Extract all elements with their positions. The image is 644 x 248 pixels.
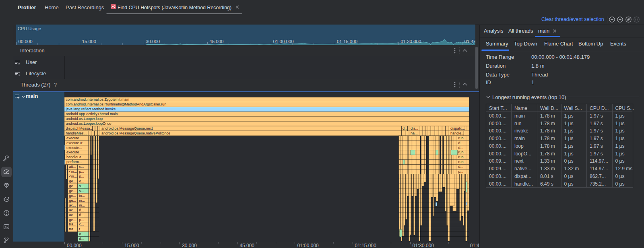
svg-text:ac...: ac... <box>69 213 76 217</box>
svg-text:ge...: ge... <box>69 184 76 188</box>
svg-text:dis...: dis... <box>411 126 418 130</box>
svg-text:ge...: ge... <box>69 218 76 222</box>
svg-text:ac...: ac... <box>69 208 76 212</box>
svg-text:t...: t... <box>79 227 83 231</box>
svg-text:run: run <box>458 150 464 154</box>
svg-text:execute: execute <box>66 136 79 140</box>
svg-text:o...: o... <box>79 179 85 183</box>
svg-text:handle...: handle... <box>450 131 464 135</box>
svg-text:android.os.Looper.loopOnce: android.os.Looper.loopOnce <box>66 122 111 126</box>
svg-text:ge...: ge... <box>69 189 76 193</box>
svg-text:dispatchMessa...: dispatchMessa... <box>66 126 93 130</box>
svg-text:d...: d... <box>458 146 464 150</box>
svg-text:in...: in... <box>79 194 85 198</box>
svg-text:com.android.internal.os.Runtim: com.android.internal.os.RuntimeInit$Meth… <box>66 102 167 106</box>
svg-text:d...: d... <box>458 165 464 169</box>
svg-text:ac...: ac... <box>69 203 76 207</box>
svg-text:execute: execute <box>66 150 79 154</box>
svg-text:executeTr...: executeTr... <box>66 141 85 145</box>
svg-text:s...: s... <box>79 189 84 193</box>
svg-text:ge...: ge... <box>69 194 76 198</box>
svg-text:android.os.MessageQueue.next: android.os.MessageQueue.next <box>101 126 153 130</box>
svg-text:rl...: rl... <box>79 208 85 212</box>
svg-text:o...: o... <box>79 232 85 236</box>
svg-text:c...: c... <box>79 165 84 169</box>
svg-text:dispatc...: dispatc... <box>450 126 465 130</box>
svg-text:ge...: ge... <box>69 198 76 203</box>
svg-text:tra...: tra... <box>69 227 76 231</box>
svg-text:<in...: <in... <box>69 174 77 178</box>
svg-text:run: run <box>458 155 464 159</box>
svg-text:d...: d... <box>79 237 85 241</box>
svg-text:android.os.Looper.loop: android.os.Looper.loop <box>66 117 103 121</box>
svg-text:android.os.MessageQueue.native: android.os.MessageQueue.nativePollOnce <box>101 131 170 135</box>
svg-text:d...: d... <box>402 126 408 130</box>
svg-text:c...: c... <box>79 222 84 226</box>
svg-text:in...: in... <box>79 203 85 207</box>
svg-text:<in...: <in... <box>69 169 77 174</box>
svg-text:ge...: ge... <box>69 179 76 183</box>
svg-text:run: run <box>458 136 464 140</box>
svg-text:p...: p... <box>79 169 85 174</box>
svg-text:execute...: execute... <box>66 146 82 150</box>
svg-text:handleLa...: handleLa... <box>66 155 85 159</box>
svg-text:java.lang.reflect.Method.invok: java.lang.reflect.Method.invoke <box>66 107 116 111</box>
svg-text:p...: p... <box>458 169 464 174</box>
svg-text:com.android.internal.os.Zygote: com.android.internal.os.ZygoteInit.main <box>66 97 130 101</box>
svg-text:s...: s... <box>79 184 84 188</box>
svg-text:perform...: perform... <box>66 160 82 164</box>
svg-text:p...: p... <box>79 218 85 222</box>
svg-text:att...: att... <box>69 165 76 169</box>
svg-text:run: run <box>458 160 464 164</box>
svg-text:d...: d... <box>458 141 464 145</box>
svg-text:ha...: ha... <box>411 131 418 135</box>
svg-text:tra...: tra... <box>69 222 76 226</box>
svg-text:rl...: rl... <box>79 213 85 217</box>
svg-text:p...: p... <box>79 174 85 178</box>
svg-text:in...: in... <box>79 198 85 203</box>
svg-text:handleMes...: handleMes... <box>66 131 87 135</box>
svg-text:android.app.ActivityThread.mai: android.app.ActivityThread.main <box>66 112 118 116</box>
